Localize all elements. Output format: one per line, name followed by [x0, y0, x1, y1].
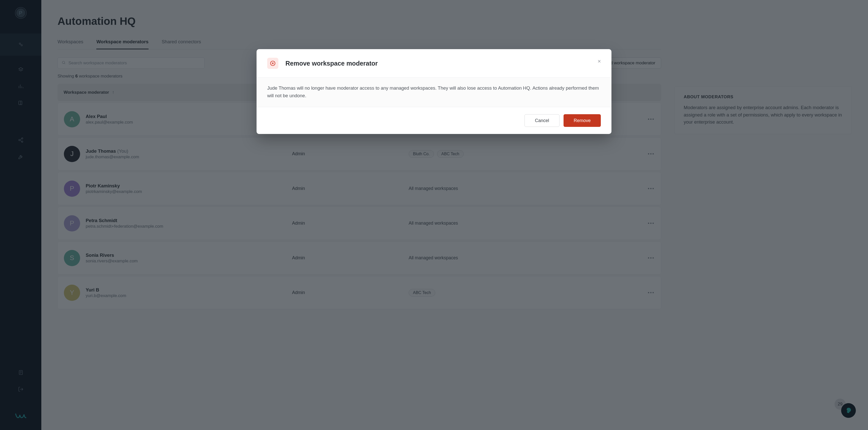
modal-overlay[interactable]: Remove workspace moderator Jude Thomas w… [0, 0, 868, 430]
remove-moderator-modal: Remove workspace moderator Jude Thomas w… [256, 49, 612, 134]
modal-body: Jude Thomas will no longer have moderato… [256, 77, 612, 107]
warning-icon [267, 58, 278, 69]
close-icon[interactable] [596, 58, 602, 64]
cancel-button[interactable]: Cancel [525, 114, 559, 127]
remove-button[interactable]: Remove [563, 114, 601, 127]
modal-title: Remove workspace moderator [285, 60, 378, 67]
